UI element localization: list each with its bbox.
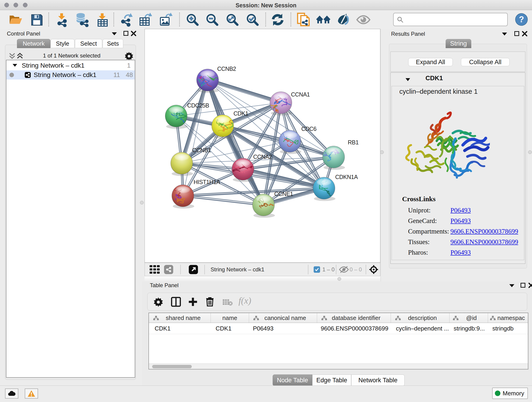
svg-text:CDK1: CDK1 xyxy=(234,110,248,117)
svg-text:HIST1H1A: HIST1H1A xyxy=(194,179,220,185)
svg-text:CCNE1: CCNE1 xyxy=(274,191,293,197)
svg-text:CCNB2: CCNB2 xyxy=(217,65,236,72)
svg-text:RB1: RB1 xyxy=(348,139,359,146)
svg-text:CCNB1: CCNB1 xyxy=(192,147,211,153)
svg-text:CDC25B: CDC25B xyxy=(187,102,209,109)
svg-text:CCNA2: CCNA2 xyxy=(253,153,272,160)
svg-text:CDC6: CDC6 xyxy=(301,126,317,132)
svg-text:CDKN1A: CDKN1A xyxy=(335,174,358,180)
svg-text:CCNA1: CCNA1 xyxy=(291,91,310,98)
svg-text:?: ? xyxy=(519,15,524,24)
